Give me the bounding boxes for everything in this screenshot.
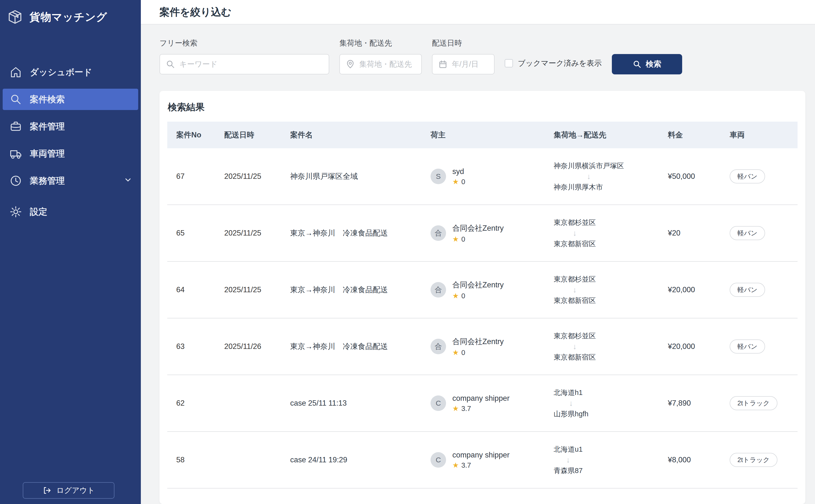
table-row[interactable]: 62 case 25/11 11:13 C company shipper ★ … (167, 375, 798, 432)
shipper-cell: S syd ★ 0 (431, 167, 554, 186)
sidebar-item-case-search[interactable]: 案件検索 (3, 89, 138, 110)
location-group: 集荷地・配送先 (339, 38, 422, 74)
date-field (432, 54, 495, 74)
gear-icon (9, 205, 22, 218)
shipper-name: syd (452, 167, 465, 176)
case-no: 63 (176, 342, 224, 351)
price: ¥8,000 (668, 456, 730, 464)
star-icon: ★ (452, 405, 459, 412)
sidebar-item-case-management[interactable]: 案件管理 (3, 116, 138, 137)
shipper-cell: 合 合同会社Zentry ★ 0 (431, 223, 554, 243)
shipper-avatar: 合 (431, 225, 446, 241)
delivery-date: 2025/11/25 (224, 172, 290, 181)
star-icon: ★ (452, 236, 459, 243)
vehicle-badge: 2tトラック (730, 396, 777, 410)
case-name: 東京→神奈川 冷凍食品配送 (290, 228, 431, 238)
column-header-price: 料金 (668, 130, 730, 140)
sidebar-item-settings[interactable]: 設定 (3, 201, 138, 222)
shipper-name: 合同会社Zentry (452, 280, 504, 290)
rating-value: 3.7 (461, 405, 471, 413)
table-row[interactable]: 65 2025/11/25 東京→神奈川 冷凍食品配送 合 合同会社Zentry… (167, 205, 798, 262)
sidebar: 貨物マッチング ダッシュボード 案件検索 (0, 0, 141, 504)
bookmark-label[interactable]: ブックマーク済みを表示 (518, 58, 602, 68)
route-cell: 北海道h1 ↓ 山形県hgfh (554, 388, 588, 418)
bookmark-checkbox[interactable] (505, 59, 513, 67)
search-icon (166, 60, 175, 69)
logout-button[interactable]: ログアウト (23, 482, 114, 499)
star-icon: ★ (452, 178, 459, 185)
vehicle-badge: 2tトラック (730, 453, 777, 467)
results-title: 検索結果 (168, 101, 798, 113)
shipper-rating: ★ 0 (452, 349, 504, 357)
column-header-name: 案件名 (290, 130, 431, 140)
route-cell: 東京都杉並区 ↓ 東京都新宿区 (554, 331, 596, 362)
table-row[interactable]: 58 case 24/11 19:29 C company shipper ★ … (167, 432, 798, 488)
price: ¥50,000 (668, 172, 730, 181)
arrow-down-icon: ↓ (573, 286, 577, 293)
rating-value: 0 (461, 292, 465, 300)
sidebar-nav: ダッシュボード 案件検索 案件管理 (0, 62, 141, 222)
column-header-route: 集荷地→配送先 (554, 130, 668, 140)
table-row[interactable]: 67 2025/11/25 神奈川県戸塚区全域 S syd ★ 0 神奈川県横浜… (167, 148, 798, 205)
case-no: 67 (176, 172, 224, 181)
shipper-avatar: C (431, 452, 446, 468)
bookmark-filter: ブックマーク済みを表示 (505, 58, 602, 68)
shipper-rating: ★ 0 (452, 292, 504, 300)
arrow-down-icon: ↓ (569, 400, 573, 407)
shipper-cell: C company shipper ★ 3.7 (431, 451, 554, 469)
delivery-date: 2025/11/26 (224, 342, 290, 351)
sidebar-item-dashboard[interactable]: ダッシュボード (3, 62, 138, 83)
table-row[interactable]: 63 2025/11/26 東京→神奈川 冷凍食品配送 合 合同会社Zentry… (167, 318, 798, 375)
case-name: 東京→神奈川 冷凍食品配送 (290, 285, 431, 295)
route-destination: 東京都新宿区 (554, 239, 596, 248)
route-origin: 神奈川県横浜市戸塚区 (554, 161, 624, 170)
shipper-name: company shipper (452, 394, 510, 403)
sidebar-item-label: ダッシュボード (30, 66, 92, 78)
column-header-date: 配送日時 (224, 130, 290, 140)
free-search-field (159, 54, 329, 74)
page-title: 案件を絞り込む (159, 5, 231, 19)
delivery-date: 2025/11/25 (224, 229, 290, 237)
results-card: 検索結果 案件No 配送日時 案件名 荷主 集荷地→配送先 料金 車両 67 2… (159, 91, 805, 504)
search-button[interactable]: 検索 (612, 54, 682, 74)
vehicle-badge: 軽バン (730, 226, 765, 240)
sidebar-item-label: 案件検索 (30, 94, 65, 105)
shipper-name: company shipper (452, 451, 510, 459)
case-name: 東京→神奈川 冷凍食品配送 (290, 341, 431, 352)
route-destination: 東京都新宿区 (554, 296, 596, 305)
sidebar-item-vehicle-management[interactable]: 車両管理 (3, 143, 138, 164)
table-row[interactable]: 64 2025/11/25 東京→神奈川 冷凍食品配送 合 合同会社Zentry… (167, 262, 798, 318)
case-name: case 25/11 11:13 (290, 399, 431, 408)
sidebar-item-label: 設定 (30, 206, 47, 218)
truck-icon (9, 147, 22, 160)
shipper-cell: 合 合同会社Zentry ★ 0 (431, 280, 554, 300)
search-button-label: 検索 (646, 59, 661, 70)
table-row[interactable]: ★ 北海道u1 ↓ (167, 488, 798, 504)
shipper-rating: ★ 3.7 (452, 405, 510, 413)
filter-bar: フリー検索 集荷地・配送先 (141, 24, 815, 74)
route-cell: 東京都杉並区 ↓ 東京都新宿区 (554, 275, 596, 305)
shipper-avatar: C (431, 395, 446, 411)
free-search-group: フリー検索 (159, 38, 329, 74)
price: ¥20 (668, 229, 730, 237)
location-label: 集荷地・配送先 (339, 38, 422, 48)
arrow-down-icon: ↓ (573, 229, 577, 237)
route-origin: 北海道h1 (554, 388, 588, 397)
table-body: 67 2025/11/25 神奈川県戸塚区全域 S syd ★ 0 神奈川県横浜… (167, 148, 798, 504)
sidebar-item-work-management[interactable]: 業務管理 (3, 170, 138, 191)
column-header-no: 案件No (176, 130, 224, 140)
route-destination: 東京都新宿区 (554, 353, 596, 362)
route-origin: 東京都杉並区 (554, 331, 596, 340)
route-destination: 山形県hgfh (554, 409, 588, 418)
price: ¥20,000 (668, 342, 730, 351)
route-cell: 神奈川県横浜市戸塚区 ↓ 神奈川県厚木市 (554, 161, 624, 192)
star-icon: ★ (452, 349, 459, 356)
calendar-icon (438, 60, 448, 69)
star-icon: ★ (452, 292, 459, 299)
shipper-name: 合同会社Zentry (452, 223, 504, 233)
free-search-input[interactable] (160, 55, 329, 74)
app-title: 貨物マッチング (30, 10, 107, 24)
location-field (339, 54, 422, 74)
case-no: 64 (176, 285, 224, 294)
package-icon (7, 9, 23, 25)
